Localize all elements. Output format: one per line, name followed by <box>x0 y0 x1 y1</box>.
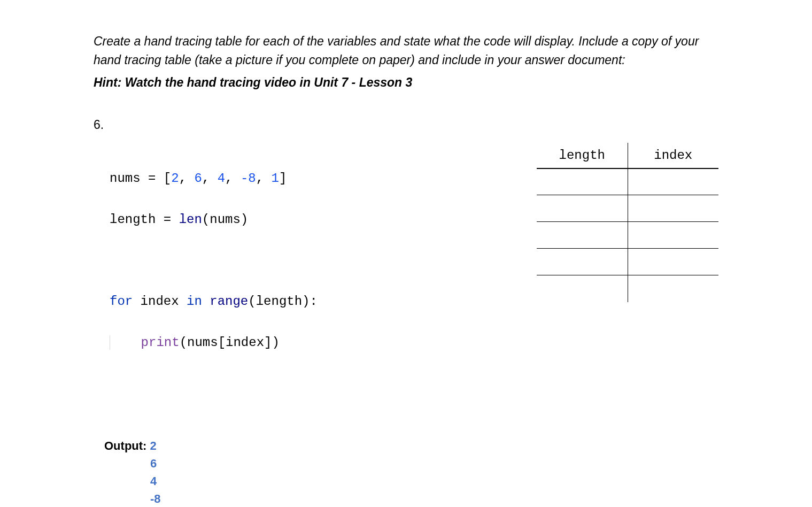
question-number: 6. <box>94 118 718 132</box>
table-row <box>537 222 718 249</box>
table-header-index: index <box>628 143 718 168</box>
tracing-table-body <box>537 168 718 302</box>
output-label: Output: <box>104 439 150 452</box>
code-line-2: length = len(nums) <box>110 210 515 230</box>
code-block: nums = [2, 6, 4, -8, 1] length = len(num… <box>94 148 515 395</box>
output-block: Output: 2 6 4 -8 1 <box>94 437 718 507</box>
question-body: nums = [2, 6, 4, -8, 1] length = len(num… <box>94 148 718 395</box>
code-line-5: print(nums[index]) <box>110 333 515 353</box>
hint-text: Hint: Watch the hand tracing video in Un… <box>94 73 718 92</box>
code-line-4: for index in range(length): <box>110 291 515 312</box>
table-row <box>537 168 718 195</box>
table-header-length: length <box>537 143 628 168</box>
code-line-3 <box>110 250 515 271</box>
code-line-1: nums = [2, 6, 4, -8, 1] <box>110 168 515 189</box>
tracing-table: length index <box>537 143 718 302</box>
table-row <box>537 195 718 222</box>
table-row <box>537 249 718 275</box>
output-value: 2 <box>150 439 157 452</box>
instructions-text: Create a hand tracing table for each of … <box>94 32 718 69</box>
table-row <box>537 275 718 302</box>
output-value: -8 <box>150 492 161 505</box>
output-value: 4 <box>150 474 157 488</box>
output-value: 6 <box>150 457 157 470</box>
